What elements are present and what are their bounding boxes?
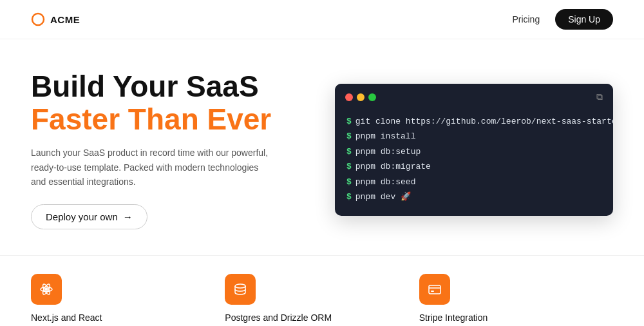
svg-point-5 xyxy=(235,284,245,288)
hero-title-line2: Faster Than Ever xyxy=(31,103,309,136)
pricing-link[interactable]: Pricing xyxy=(512,14,540,24)
terminal-command: pnpm install xyxy=(355,129,416,144)
feature-label: Postgres and Drizzle ORM xyxy=(225,312,332,323)
navbar: ACME Pricing Sign Up xyxy=(0,0,644,39)
terminal-command: git clone https://github.com/leerob/next… xyxy=(355,114,613,129)
feature-icon xyxy=(31,274,62,305)
terminal-line: $pnpm install xyxy=(346,129,601,144)
feature-item: Next.js and React xyxy=(31,274,225,323)
signup-button[interactable]: Sign Up xyxy=(555,9,613,30)
hero-description: Launch your SaaS product in record time … xyxy=(31,146,276,189)
nav-right: Pricing Sign Up xyxy=(512,9,613,30)
terminal-prompt: $ xyxy=(346,114,352,129)
terminal-header: ⧉ xyxy=(335,84,613,108)
terminal-command: pnpm dev 🚀 xyxy=(355,189,411,204)
copy-icon[interactable]: ⧉ xyxy=(596,91,603,102)
hero-left: Build Your SaaS Faster Than Ever Launch … xyxy=(31,70,309,229)
svg-rect-6 xyxy=(429,285,440,294)
deploy-arrow: → xyxy=(123,211,133,222)
dot-green xyxy=(368,93,376,101)
feature-icon xyxy=(419,274,450,305)
feature-label: Next.js and React xyxy=(31,312,102,323)
terminal-dots xyxy=(345,93,376,101)
deploy-button[interactable]: Deploy your own → xyxy=(31,204,147,229)
hero-section: Build Your SaaS Faster Than Ever Launch … xyxy=(0,39,644,250)
svg-rect-7 xyxy=(431,291,434,292)
terminal-line: $pnpm db:migrate xyxy=(346,159,601,174)
terminal-prompt: $ xyxy=(346,159,352,174)
deploy-label: Deploy your own xyxy=(46,211,118,222)
feature-label: Stripe Integration xyxy=(419,312,488,323)
terminal-prompt: $ xyxy=(346,189,352,204)
terminal-command: pnpm db:seed xyxy=(355,175,416,189)
svg-point-1 xyxy=(45,288,48,291)
feature-icon xyxy=(225,274,256,305)
terminal-prompt: $ xyxy=(346,129,352,144)
hero-title-line1: Build Your SaaS xyxy=(31,70,259,103)
terminal-line: $pnpm db:setup xyxy=(346,144,601,159)
svg-point-0 xyxy=(32,14,44,25)
logo-text: ACME xyxy=(50,14,80,25)
terminal-command: pnpm db:setup xyxy=(355,144,421,159)
terminal-window: ⧉ $git clone https://github.com/leerob/n… xyxy=(335,84,613,216)
feature-item: Stripe Integration xyxy=(419,274,613,323)
dot-yellow xyxy=(357,93,365,101)
hero-title: Build Your SaaS Faster Than Ever xyxy=(31,70,309,135)
features-section: Next.js and ReactPostgres and Drizzle OR… xyxy=(0,255,644,323)
terminal-prompt: $ xyxy=(346,144,352,159)
dot-red xyxy=(345,93,353,101)
terminal-command: pnpm db:migrate xyxy=(355,159,431,174)
logo-icon xyxy=(31,12,45,26)
feature-item: Postgres and Drizzle ORM xyxy=(225,274,419,323)
terminal-line: $pnpm db:seed xyxy=(346,175,601,189)
logo-area: ACME xyxy=(31,12,80,26)
terminal-prompt: $ xyxy=(346,175,352,189)
terminal-line: $pnpm dev 🚀 xyxy=(346,189,601,204)
terminal-line: $git clone https://github.com/leerob/nex… xyxy=(346,114,601,129)
terminal-body: $git clone https://github.com/leerob/nex… xyxy=(335,108,613,216)
